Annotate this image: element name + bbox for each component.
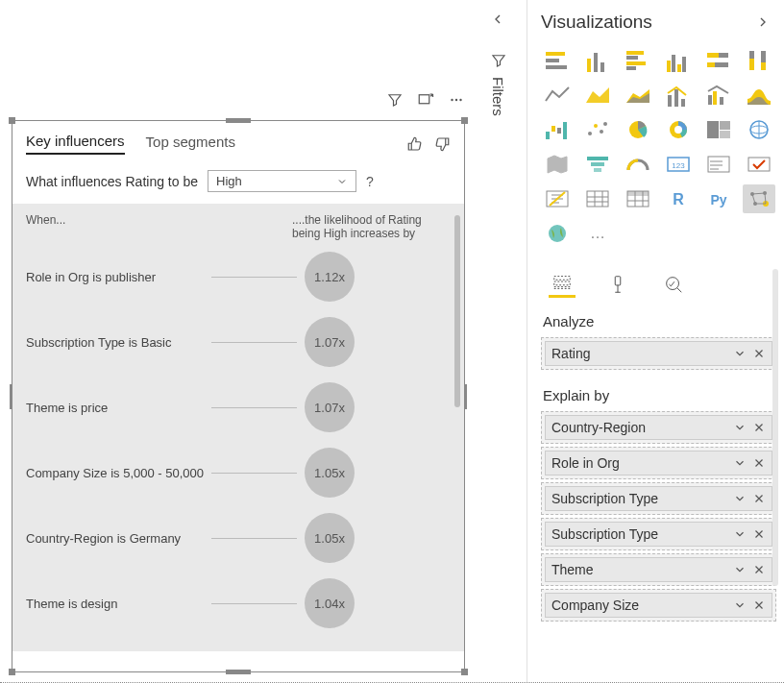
funnel-chart-icon[interactable]	[581, 150, 614, 179]
get-more-visuals-icon[interactable]: …	[581, 219, 614, 248]
influence-value-dropdown[interactable]: High	[208, 170, 356, 192]
line-clustered-column-chart-icon[interactable]	[702, 81, 735, 110]
tab-key-influencers[interactable]: Key influencers	[26, 133, 125, 155]
100-stacked-bar-chart-icon[interactable]	[702, 46, 735, 75]
remove-field-icon[interactable]	[752, 421, 766, 434]
donut-chart-icon[interactable]	[662, 115, 695, 144]
field-name: Rating	[551, 346, 727, 361]
resize-handle[interactable]	[9, 117, 15, 124]
100-stacked-column-chart-icon[interactable]	[743, 46, 775, 75]
chevron-down-icon[interactable]	[733, 527, 747, 541]
table-icon[interactable]	[581, 184, 614, 213]
arcgis-map-icon[interactable]	[541, 219, 574, 248]
connector-line	[211, 277, 297, 278]
chevron-down-icon[interactable]	[733, 598, 747, 612]
remove-field-icon[interactable]	[752, 492, 766, 505]
line-chart-icon[interactable]	[541, 81, 574, 110]
field-pill[interactable]: Subscription Type	[545, 522, 772, 547]
more-options-icon[interactable]	[448, 91, 465, 109]
resize-handle[interactable]	[461, 117, 468, 124]
svg-rect-45	[720, 131, 730, 138]
matrix-icon[interactable]	[622, 184, 654, 213]
remove-field-icon[interactable]	[752, 598, 766, 612]
chevron-down-icon[interactable]	[733, 563, 747, 576]
python-visual-icon[interactable]: Py	[702, 184, 735, 213]
scrollbar[interactable]	[454, 215, 460, 407]
pie-chart-icon[interactable]	[622, 115, 654, 144]
stacked-column-chart-icon[interactable]	[581, 46, 614, 75]
svg-rect-6	[546, 65, 567, 69]
chevron-down-icon[interactable]	[733, 421, 747, 434]
expand-filters-icon[interactable]	[490, 12, 517, 27]
explain-by-field-well[interactable]: Country-Region Role in Org Subscription …	[541, 411, 776, 622]
card-icon[interactable]: 123	[662, 150, 695, 179]
svg-rect-33	[551, 126, 555, 132]
svg-rect-10	[626, 51, 644, 55]
influencer-row[interactable]: Theme is price 1.07x	[12, 375, 464, 440]
format-tab-icon[interactable]	[604, 271, 631, 298]
resize-handle[interactable]	[461, 669, 468, 675]
ribbon-chart-icon[interactable]	[743, 81, 775, 110]
resize-handle[interactable]	[226, 118, 251, 123]
treemap-icon[interactable]	[702, 115, 735, 144]
remove-field-icon[interactable]	[752, 527, 766, 541]
chevron-down-icon[interactable]	[733, 456, 747, 470]
influencer-row[interactable]: Subscription Type is Basic 1.07x	[12, 309, 464, 375]
field-pill[interactable]: Subscription Type	[545, 486, 772, 511]
thumbs-down-icon[interactable]	[433, 135, 451, 153]
field-pill[interactable]: Role in Org	[545, 451, 772, 476]
multi-row-card-icon[interactable]	[702, 150, 735, 179]
area-chart-icon[interactable]	[581, 81, 614, 110]
slicer-icon[interactable]	[541, 184, 574, 213]
connector-line	[211, 342, 297, 343]
svg-text:…: …	[590, 225, 605, 241]
key-influencers-icon[interactable]	[743, 184, 775, 213]
line-stacked-column-chart-icon[interactable]: >	[662, 81, 695, 110]
influencers-list: When... ....the likelihood of Rating bei…	[12, 204, 464, 651]
remove-field-icon[interactable]	[752, 456, 766, 470]
svg-point-36	[588, 132, 592, 135]
resize-handle[interactable]	[226, 670, 251, 674]
influencer-row[interactable]: Country-Region is Germany 1.05x	[12, 505, 464, 571]
stacked-area-chart-icon[interactable]	[622, 81, 654, 110]
scatter-chart-icon[interactable]	[581, 115, 614, 144]
connector-line	[211, 538, 297, 539]
field-pill[interactable]: Company Size	[545, 593, 772, 618]
waterfall-chart-icon[interactable]	[541, 115, 574, 144]
field-pill[interactable]: Country-Region	[545, 415, 772, 440]
remove-field-icon[interactable]	[752, 347, 766, 360]
remove-field-icon[interactable]	[752, 563, 766, 576]
svg-rect-5	[546, 59, 559, 62]
gauge-icon[interactable]	[622, 150, 654, 179]
analytics-tab-icon[interactable]	[660, 271, 687, 298]
clustered-bar-chart-icon[interactable]	[622, 46, 654, 75]
key-influencers-visual[interactable]: Key influencers Top segments What influe…	[12, 120, 465, 672]
focus-mode-icon[interactable]	[417, 91, 434, 109]
svg-rect-43	[707, 121, 719, 138]
field-pill[interactable]: Rating	[545, 341, 772, 366]
chevron-down-icon[interactable]	[733, 347, 747, 360]
influencer-row[interactable]: Company Size is 5,000 - 50,000 1.05x	[12, 440, 464, 505]
thumbs-up-icon[interactable]	[406, 135, 424, 153]
kpi-icon[interactable]	[743, 150, 775, 179]
clustered-column-chart-icon[interactable]	[662, 46, 695, 75]
svg-rect-73	[615, 277, 621, 285]
field-pill[interactable]: Theme	[545, 557, 772, 582]
tab-top-segments[interactable]: Top segments	[146, 134, 235, 154]
filter-icon[interactable]	[386, 91, 404, 109]
filters-label[interactable]: Filters	[490, 77, 506, 116]
scrollbar[interactable]	[772, 269, 778, 586]
fields-tab-icon[interactable]	[549, 271, 576, 298]
chevron-down-icon[interactable]	[733, 492, 747, 505]
collapse-pane-icon[interactable]	[755, 14, 771, 30]
help-icon[interactable]: ?	[366, 174, 374, 189]
r-visual-icon[interactable]: R	[662, 184, 695, 213]
analyze-field-well[interactable]: Rating	[541, 337, 776, 370]
influencer-row[interactable]: Theme is design 1.04x	[12, 571, 464, 636]
filled-map-icon[interactable]	[541, 150, 574, 179]
map-icon[interactable]	[743, 115, 775, 144]
stacked-bar-chart-icon[interactable]	[541, 46, 574, 75]
resize-handle[interactable]	[9, 669, 15, 675]
influencer-row[interactable]: Role in Org is publisher 1.12x	[12, 244, 464, 309]
svg-rect-19	[719, 53, 728, 58]
